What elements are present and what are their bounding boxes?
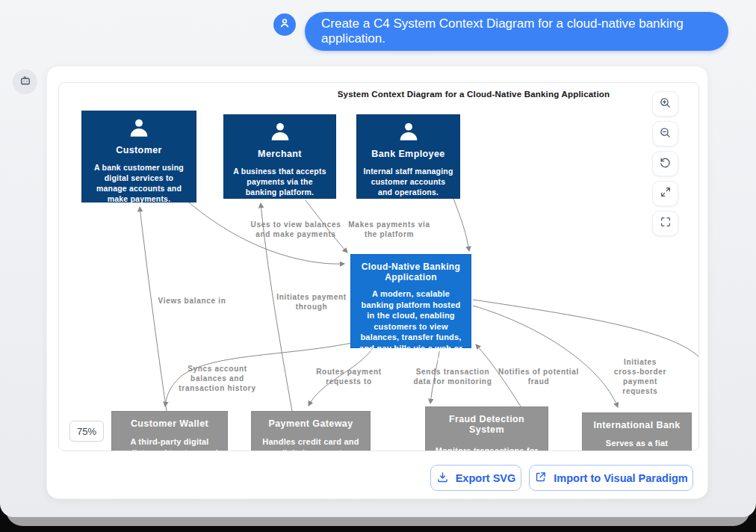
- node-title: Customer Wallet: [131, 418, 208, 429]
- node-description: Monitors transactions for: [436, 445, 539, 451]
- expand-button[interactable]: [652, 181, 678, 206]
- node-description: A modern, scalable banking platform host…: [357, 288, 465, 365]
- user-message-text: Create a C4 System Context Diagram for a…: [321, 16, 712, 46]
- node-international-bank: International Bank Serves as a fiat curr…: [582, 412, 692, 451]
- expand-icon: [660, 186, 672, 201]
- reset-view-button[interactable]: [652, 151, 678, 176]
- download-icon: [436, 471, 449, 486]
- user-message-bubble: Create a C4 System Context Diagram for a…: [305, 12, 728, 51]
- edge-label-uses: Uses to view balances and make payments: [251, 220, 341, 239]
- edge-label-cross: Initiates cross-border payment requests: [611, 357, 669, 396]
- export-svg-label: Export SVG: [456, 472, 516, 484]
- import-visual-paradigm-button[interactable]: Import to Visual Paradigm: [529, 465, 693, 491]
- edge-label-notifies: Notifies of potential fraud: [498, 367, 579, 386]
- zoom-toolbar: [652, 91, 678, 236]
- edge-employee-app: [453, 199, 469, 251]
- edge-label-initiates: Initiates payment through: [276, 292, 347, 312]
- node-description: Internal staff managing customer account…: [363, 167, 453, 198]
- node-bank-employee: Bank Employee Internal staff managing cu…: [356, 114, 460, 199]
- edge-app-intlbank: [473, 306, 618, 407]
- node-customer: Customer A bank customer using digital s…: [81, 111, 196, 202]
- node-title: Bank Employee: [371, 149, 444, 159]
- zoom-out-icon: [659, 126, 672, 142]
- app-screen: Create a C4 System Context Diagram for a…: [0, 0, 756, 532]
- edge-app-right-curve: [473, 300, 698, 356]
- node-title: Merchant: [258, 149, 302, 159]
- node-customer-wallet: Customer Wallet A third-party digital wa…: [111, 411, 228, 451]
- edge-label-routes: Routes payment requests to: [316, 367, 382, 386]
- person-icon: [396, 120, 421, 147]
- node-title: Cloud-Native Banking Application: [357, 262, 465, 282]
- assistant-avatar: [13, 69, 37, 94]
- zoom-level-badge: 75%: [69, 421, 104, 442]
- page-background: Create a C4 System Context Diagram for a…: [0, 0, 756, 517]
- zoom-in-button[interactable]: [652, 91, 678, 117]
- edge-wallet-customer: [140, 207, 167, 411]
- node-title: Customer: [116, 145, 162, 155]
- fullscreen-icon: [660, 216, 672, 231]
- external-link-icon: [534, 471, 547, 486]
- export-svg-button[interactable]: Export SVG: [430, 465, 521, 491]
- diagram-title: System Context Diagram for a Cloud-Nativ…: [338, 90, 610, 99]
- node-description: Handles credit card and digital payment …: [258, 436, 364, 451]
- zoom-in-icon: [659, 96, 672, 112]
- diagram-canvas: System Context Diagram for a Cloud-Nativ…: [58, 82, 699, 451]
- person-icon: [267, 120, 293, 147]
- import-visual-paradigm-label: Import to Visual Paradigm: [554, 472, 687, 484]
- person-icon: [279, 17, 291, 32]
- node-description: A bank customer using digital services t…: [88, 163, 190, 204]
- node-description: A third-party digital wallet used to sto…: [118, 436, 221, 451]
- user-avatar: [273, 13, 296, 36]
- node-payment-gateway: Payment Gateway Handles credit card and …: [251, 411, 371, 451]
- reset-view-icon: [659, 156, 672, 172]
- fullscreen-button[interactable]: [652, 211, 678, 236]
- node-banking-application: Cloud-Native Banking Application A moder…: [350, 254, 471, 348]
- edge-label-views: Views balance in: [158, 296, 226, 306]
- robot-icon: [19, 74, 32, 90]
- node-description: Serves as a fiat currency partner for cr…: [589, 438, 685, 451]
- node-fraud-detection: Fraud Detection System Monitors transact…: [425, 406, 548, 451]
- node-merchant: Merchant A business that accepts payment…: [223, 114, 336, 199]
- edge-label-makes: Makes payments via the platform: [348, 220, 430, 239]
- edge-label-syncs: Syncs account balances and transaction h…: [179, 364, 255, 393]
- edge-label-sends: Sends transaction data for monitoring: [414, 367, 492, 386]
- zoom-out-button[interactable]: [652, 121, 678, 146]
- node-title: International Bank: [593, 420, 680, 430]
- node-description: A business that accepts payments via the…: [230, 167, 329, 198]
- node-title: Payment Gateway: [269, 418, 353, 429]
- node-title: Fraud Detection System: [432, 414, 542, 435]
- person-icon: [126, 117, 152, 143]
